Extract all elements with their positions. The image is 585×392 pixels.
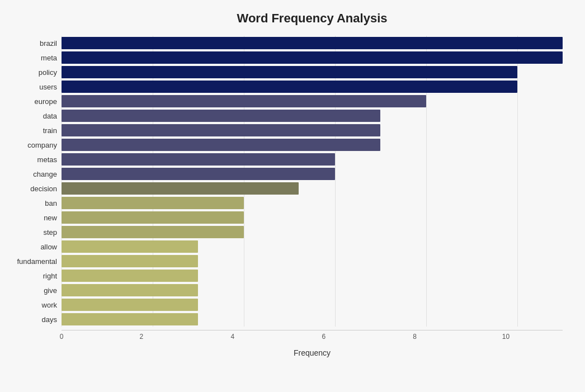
bar-row: europe bbox=[62, 94, 563, 108]
x-tick-label: 4 bbox=[221, 333, 244, 341]
x-tick-label: 6 bbox=[313, 333, 335, 341]
bar bbox=[62, 313, 198, 325]
chart-container: Word Frequency Analysis brazilmetapolicy… bbox=[0, 0, 585, 392]
bar-label: change bbox=[7, 170, 57, 178]
bar-label: users bbox=[7, 83, 57, 91]
bar-label: right bbox=[7, 272, 57, 280]
bar bbox=[62, 66, 517, 78]
bar bbox=[62, 211, 244, 224]
bar-row: data bbox=[62, 108, 563, 123]
bar-row: train bbox=[62, 123, 563, 138]
bar bbox=[62, 139, 380, 151]
bar-label: meta bbox=[7, 54, 57, 62]
bar bbox=[62, 95, 426, 107]
bar-row: allow bbox=[62, 239, 563, 254]
bar-label: brazil bbox=[7, 39, 57, 48]
bar bbox=[62, 182, 299, 195]
x-tick-label: 2 bbox=[130, 333, 153, 341]
bar-label: europe bbox=[7, 97, 57, 106]
bar bbox=[62, 124, 380, 136]
bar-label: new bbox=[7, 214, 57, 222]
bar bbox=[62, 197, 244, 209]
bars-wrapper: brazilmetapolicyuserseuropedatatraincomp… bbox=[62, 36, 563, 327]
bar bbox=[62, 255, 198, 267]
bar bbox=[62, 240, 198, 253]
x-axis-label: Frequency bbox=[62, 348, 563, 357]
bar-row: metas bbox=[62, 152, 563, 167]
bar bbox=[62, 284, 198, 296]
bar-row: work bbox=[62, 297, 563, 312]
bar-label: metas bbox=[7, 155, 57, 164]
bar bbox=[62, 110, 380, 122]
x-axis-line bbox=[62, 330, 563, 330]
chart-title: Word Frequency Analysis bbox=[62, 11, 563, 26]
bar bbox=[62, 270, 198, 282]
bar bbox=[62, 168, 335, 180]
chart-area: brazilmetapolicyuserseuropedatatraincomp… bbox=[62, 36, 563, 350]
bar-label: decision bbox=[7, 185, 57, 193]
bar bbox=[62, 153, 335, 166]
bar-row: change bbox=[62, 167, 563, 181]
bar-label: days bbox=[7, 315, 57, 324]
bar-row: brazil bbox=[62, 36, 563, 50]
chart-plot: brazilmetapolicyuserseuropedatatraincomp… bbox=[62, 36, 563, 327]
bar-row: step bbox=[62, 225, 563, 239]
bar-label: allow bbox=[7, 243, 57, 251]
bar-label: step bbox=[7, 228, 57, 237]
bar bbox=[62, 37, 563, 49]
bar-row: decision bbox=[62, 181, 563, 196]
x-tick-label: 8 bbox=[404, 333, 426, 341]
bar-row: new bbox=[62, 210, 563, 225]
bar-row: ban bbox=[62, 196, 563, 210]
bar bbox=[62, 226, 244, 238]
bar-label: give bbox=[7, 286, 57, 295]
bar-row: days bbox=[62, 312, 563, 327]
bar-row: fundamental bbox=[62, 254, 563, 268]
bar-label: company bbox=[7, 141, 57, 149]
x-axis: 0246810 Frequency bbox=[62, 330, 563, 357]
bar-row: users bbox=[62, 79, 563, 94]
bar-row: policy bbox=[62, 65, 563, 79]
bar-row: give bbox=[62, 283, 563, 297]
bar-label: fundamental bbox=[7, 257, 57, 266]
bar-row: company bbox=[62, 138, 563, 152]
x-tick-label: 0 bbox=[50, 333, 73, 341]
bar bbox=[62, 81, 517, 93]
bar-label: policy bbox=[7, 68, 57, 77]
bar-row: right bbox=[62, 268, 563, 283]
x-ticks: 0246810 bbox=[62, 333, 563, 344]
x-tick-label: 10 bbox=[495, 333, 517, 341]
bar-row: meta bbox=[62, 50, 563, 65]
bar bbox=[62, 51, 563, 64]
bar-label: ban bbox=[7, 199, 57, 207]
bar-label: train bbox=[7, 126, 57, 135]
bar-label: work bbox=[7, 301, 57, 309]
bar-label: data bbox=[7, 112, 57, 120]
bar bbox=[62, 299, 198, 311]
